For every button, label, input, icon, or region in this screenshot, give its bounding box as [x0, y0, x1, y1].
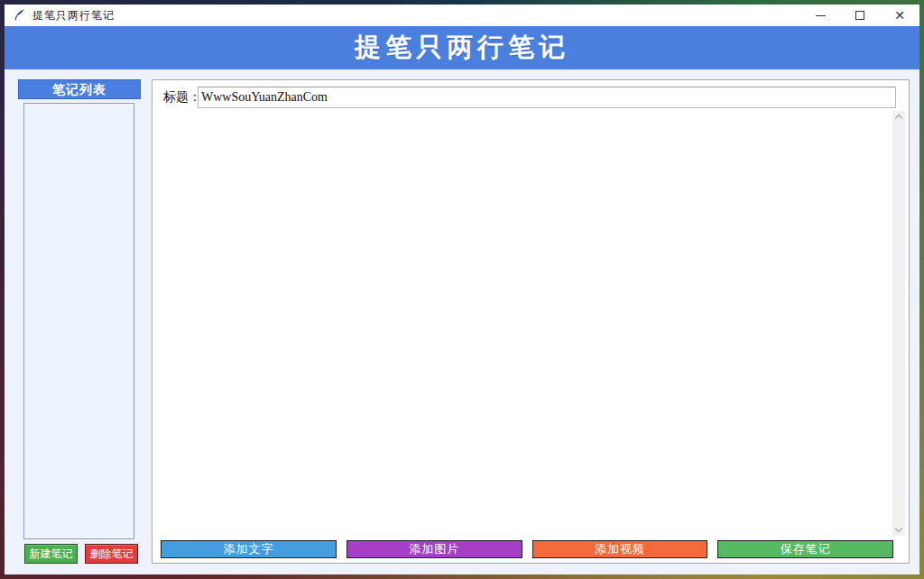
window-controls: ✕ [800, 5, 919, 26]
close-button[interactable]: ✕ [880, 5, 919, 26]
note-listbox[interactable] [23, 103, 134, 539]
decorative-frame: 提笔只两行笔记 ✕ 提笔只两行笔记 笔记列表 新建笔记 删除笔记 标题： [0, 0, 924, 579]
app-banner: 提笔只两行笔记 [5, 26, 919, 69]
new-note-button[interactable]: 新建笔记 [24, 544, 78, 564]
feather-app-icon [13, 8, 26, 23]
title-bar: 提笔只两行笔记 ✕ [5, 5, 919, 26]
save-note-button[interactable]: 保存笔记 [717, 540, 893, 558]
banner-title: 提笔只两行笔记 [355, 30, 569, 66]
minimize-icon [816, 15, 826, 16]
maximize-icon [855, 11, 864, 20]
sidebar-button-row: 新建笔记 删除笔记 [24, 544, 138, 564]
note-list-header: 笔记列表 [18, 79, 141, 99]
action-button-row: 添加文字 添加图片 添加视频 保存笔记 [161, 540, 893, 558]
close-icon: ✕ [894, 9, 905, 22]
scroll-down-icon[interactable] [895, 525, 902, 532]
scroll-up-icon[interactable] [895, 115, 902, 122]
add-text-button[interactable]: 添加文字 [161, 540, 337, 558]
editor-panel: 标题： 添加文字 添加图片 添加视频 保存笔记 [152, 79, 910, 564]
add-video-button[interactable]: 添加视频 [532, 540, 708, 558]
maximize-button[interactable] [840, 5, 880, 26]
minimize-button[interactable] [800, 5, 840, 26]
add-image-button[interactable]: 添加图片 [346, 540, 522, 558]
delete-note-button[interactable]: 删除笔记 [85, 544, 138, 564]
window-title: 提笔只两行笔记 [32, 8, 115, 23]
app-body: 笔记列表 新建笔记 删除笔记 标题： 添加文字 添加图片 添加视频 [5, 69, 919, 574]
app-window: 提笔只两行笔记 ✕ 提笔只两行笔记 笔记列表 新建笔记 删除笔记 标题： [5, 5, 919, 574]
editor-scrollbar[interactable] [892, 111, 905, 536]
note-editor[interactable] [156, 111, 892, 536]
note-title-input[interactable] [198, 87, 896, 108]
title-label: 标题： [163, 89, 201, 106]
